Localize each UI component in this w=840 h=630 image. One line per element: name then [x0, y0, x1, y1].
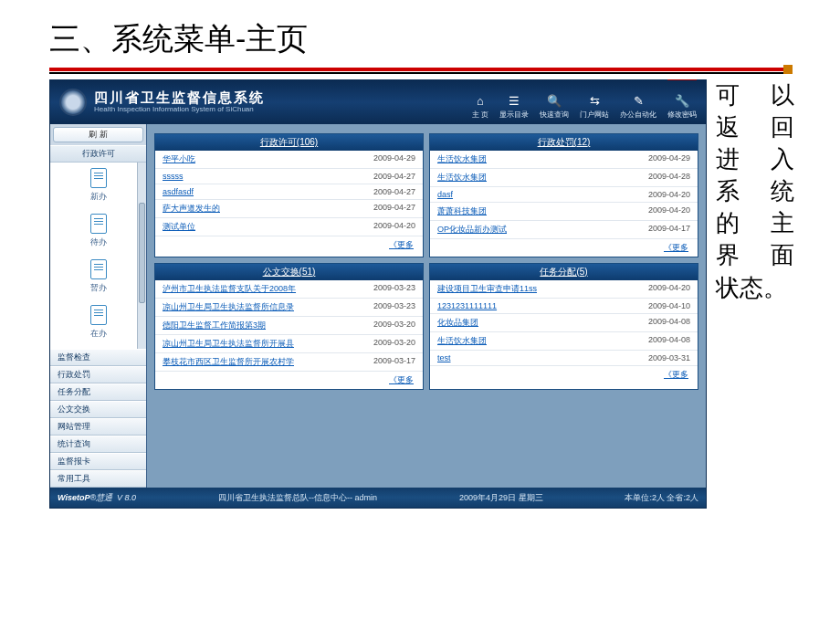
document-icon	[90, 168, 107, 188]
panel-more: 《更多	[430, 239, 698, 257]
status-bar: WisetoP®慧通 V 8.0 四川省卫生执法监督总队--信息中心-- adm…	[50, 488, 706, 508]
item-date: 2009-04-27	[373, 187, 415, 196]
sidebar-doc-paused[interactable]: 暂办	[50, 254, 146, 299]
app-header: 四川省卫生监督信息系统 Health Inspection Informatio…	[50, 80, 706, 124]
panel-license: 行政许可(106) 华平小吃2009-04-29 sssss2009-04-27…	[154, 133, 424, 257]
list-item: 12312311111112009-04-10	[430, 299, 698, 314]
toolbar-oa[interactable]: ✎办公自动化	[620, 93, 656, 120]
search-icon: 🔍	[547, 93, 562, 108]
panel-penalty: 行政处罚(12) 生活饮水集团2009-04-29 生活饮水集团2009-04-…	[429, 133, 698, 257]
sidebar-scrollbar[interactable]	[137, 163, 146, 349]
document-icon	[90, 259, 107, 279]
item-link[interactable]: 德阳卫生监督工作简报第3期	[163, 320, 266, 331]
item-link[interactable]: 化妆品集团	[437, 317, 478, 329]
sidebar-item-penalty[interactable]: 行政处罚	[50, 366, 146, 383]
item-date: 2009-04-20	[648, 205, 690, 217]
more-link[interactable]: 《更多	[664, 370, 688, 379]
toolbar-portal[interactable]: ⇆门户网站	[580, 93, 609, 120]
toolbar-home[interactable]: ⌂主 页	[472, 93, 488, 120]
panel-penalty-head[interactable]: 行政处罚(12)	[430, 134, 698, 151]
toolbar-catalog[interactable]: ☰显示目录	[499, 93, 529, 120]
item-date: 2009-04-27	[373, 172, 415, 181]
item-date: 2009-03-23	[373, 283, 415, 295]
sidebar-doc-processing[interactable]: 在办	[50, 299, 146, 345]
list-item: 凉山州卫生局卫生执法监督所信息录2009-03-23	[155, 299, 423, 317]
item-link[interactable]: asdfasdf	[163, 187, 194, 196]
item-link[interactable]: 生活饮水集团	[437, 335, 487, 347]
panel-more: 《更多	[155, 372, 423, 389]
item-link[interactable]: 测试单位	[163, 221, 195, 233]
item-link[interactable]: 华平小吃	[163, 153, 195, 165]
item-date: 2009-04-27	[373, 203, 415, 215]
title-underline	[49, 68, 791, 74]
sidebar-doc-new[interactable]: 新办	[50, 163, 146, 208]
caption-text: 可以 返回 进入 系统 的主 界面 状态。	[716, 79, 794, 509]
sidebar-item-tools[interactable]: 常用工具	[50, 470, 146, 488]
sidebar: 刷 新 行政许可 新办 待办 暂办 在办 监督检查 行政处罚 任务分配 公文交换…	[50, 124, 147, 488]
more-link[interactable]: 《更多	[389, 240, 414, 249]
item-date: 2009-04-08	[648, 317, 690, 329]
panel-docexchange-head[interactable]: 公文交换(51)	[155, 264, 423, 280]
list-icon: ☰	[507, 93, 521, 108]
footer-org: 四川省卫生执法监督总队--信息中心-- admin	[218, 492, 377, 504]
item-link[interactable]: 生活饮水集团	[437, 172, 487, 184]
item-date: 2009-04-28	[648, 172, 690, 184]
footer-brand: WisetoP®慧通 V 8.0	[58, 492, 136, 504]
panel-tasks: 任务分配(5) 建设项目卫生审查申请11ss2009-04-20 1231231…	[429, 263, 698, 390]
refresh-button[interactable]: 刷 新	[53, 127, 143, 142]
panel-tasks-head[interactable]: 任务分配(5)	[430, 264, 698, 280]
more-link[interactable]: 《更多	[389, 375, 414, 384]
sidebar-item-website[interactable]: 网站管理	[50, 418, 146, 436]
item-link[interactable]: 萨大声道发生的	[163, 203, 220, 215]
item-date: 2009-04-20	[648, 283, 690, 295]
scroll-thumb[interactable]	[139, 203, 145, 303]
item-date: 2009-03-31	[648, 353, 690, 362]
sidebar-menu: 监督检查 行政处罚 任务分配 公文交换 网站管理 统计查询 监督报卡 常用工具	[50, 349, 146, 488]
toolbar-search[interactable]: 🔍快速查询	[540, 93, 569, 120]
document-icon	[90, 305, 107, 325]
item-link[interactable]: 建设项目卫生审查申请11ss	[437, 283, 537, 295]
item-link[interactable]: 萧萧科技集团	[437, 205, 487, 217]
list-item: 生活饮水集团2009-04-28	[430, 169, 698, 187]
item-date: 2009-03-20	[373, 338, 415, 350]
list-item: 化妆品集团2009-04-08	[430, 314, 698, 332]
item-link[interactable]: 泸州市卫生执法监督支队关于2008年	[163, 283, 296, 295]
footer-stats: 本单位:2人 全省:2人	[625, 492, 698, 504]
sidebar-item-task[interactable]: 任务分配	[50, 383, 146, 401]
panel-license-head[interactable]: 行政许可(106)	[155, 134, 423, 151]
item-date: 2009-04-20	[648, 190, 690, 199]
item-link[interactable]: sssss	[163, 172, 184, 181]
sidebar-doc-pending[interactable]: 待办	[50, 208, 146, 254]
item-date: 2009-04-08	[648, 335, 690, 347]
item-link[interactable]: 1231231111111	[437, 301, 497, 310]
toolbar-password[interactable]: 🔧修改密码	[667, 93, 697, 120]
list-item: 华平小吃2009-04-29	[155, 151, 423, 169]
item-date: 2009-04-10	[648, 301, 690, 310]
more-link[interactable]: 《更多	[664, 243, 688, 252]
footer-date: 2009年4月29日 星期三	[459, 492, 543, 504]
item-link[interactable]: OP化妆品新办测试	[437, 224, 507, 236]
list-item: 萧萧科技集团2009-04-20	[430, 203, 698, 221]
sidebar-item-stats[interactable]: 统计查询	[50, 436, 146, 453]
item-link[interactable]: 凉山州卫生局卫生执法监督所信息录	[163, 301, 294, 313]
sidebar-section-head[interactable]: 行政许可	[50, 145, 146, 163]
toolbar: ⌂主 页 ☰显示目录 🔍快速查询 ⇆门户网站 ✎办公自动化 🔧修改密码	[472, 93, 697, 120]
item-date: 2009-04-17	[648, 224, 690, 236]
item-link[interactable]: 生活饮水集团	[437, 153, 487, 165]
app-title-cn: 四川省卫生监督信息系统	[94, 90, 265, 106]
portal-icon: ⇆	[587, 93, 602, 108]
item-link[interactable]: 攀枝花市西区卫生监督所开展农村学	[163, 356, 294, 368]
app-screenshot: 退出 四川省卫生监督信息系统 Health Inspection Informa…	[49, 79, 707, 509]
item-link[interactable]: test	[437, 353, 451, 362]
list-item: asdfasdf2009-04-27	[155, 184, 423, 200]
item-date: 2009-03-23	[373, 301, 415, 313]
list-item: 生活饮水集团2009-04-29	[430, 151, 698, 169]
list-item: 萨大声道发生的2009-04-27	[155, 200, 423, 218]
sidebar-item-report[interactable]: 监督报卡	[50, 453, 146, 470]
app-title-en: Health Inspection Information System of …	[94, 106, 265, 114]
sidebar-item-inspection[interactable]: 监督检查	[50, 349, 146, 366]
item-link[interactable]: dasf	[437, 190, 453, 199]
panel-more: 《更多	[155, 236, 423, 254]
item-link[interactable]: 凉山州卫生局卫生执法监督所开展县	[163, 338, 294, 350]
sidebar-item-docs[interactable]: 公文交换	[50, 401, 146, 418]
